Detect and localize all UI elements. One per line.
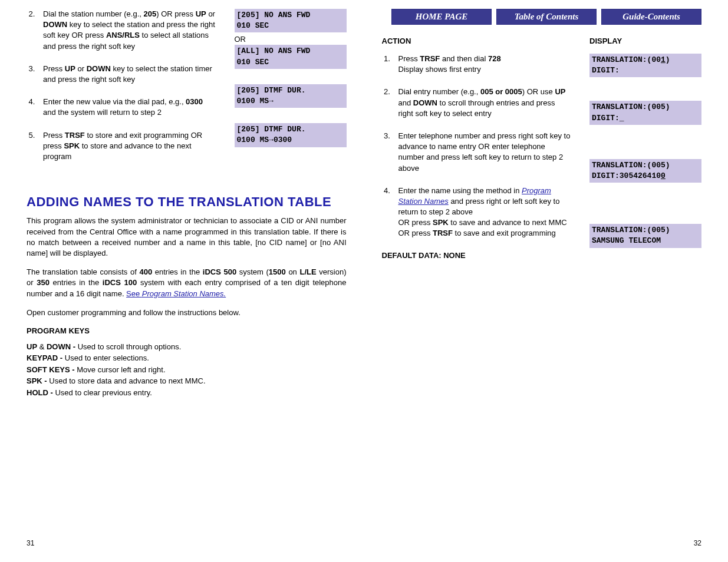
step-5: Press TRSF to store and exit programming… [37, 130, 217, 163]
right-action-column: ACTION Press TRSF and then dial 728 Disp… [382, 37, 572, 272]
left-steps-column: Dial the station number (e.g., 205) OR p… [27, 9, 217, 174]
action-step-1: Press TRSF and then dial 728 Display sho… [393, 54, 572, 75]
default-data: DEFAULT DATA: NONE [382, 251, 572, 260]
program-keys-list: UP & DOWN - Used to scroll through optio… [27, 341, 347, 399]
display-header: DISPLAY [589, 37, 701, 45]
page-number: 32 [694, 539, 701, 547]
home-page-tab[interactable]: HOME PAGE [391, 9, 492, 25]
table-paragraph: The translation table consists of 400 en… [27, 267, 347, 299]
section-title: ADDING NAMES TO THE TRANSLATION TABLE [27, 194, 347, 210]
action-header: ACTION [382, 37, 572, 45]
display-box: [ALL] NO ANS FWD 010 SEC [235, 45, 347, 68]
page-number: 31 [27, 539, 34, 547]
or-text: OR [235, 35, 347, 44]
display-box: TRANSLATION:(005) DIGIT:_ [589, 101, 701, 124]
open-instructions: Open customer programming and follow the… [27, 308, 347, 318]
step-4: Enter the new value via the dial pad, e.… [37, 97, 217, 118]
step-3: Press UP or DOWN key to select the stati… [37, 64, 217, 85]
action-step-2: Dial entry number (e.g., 005 or 0005) OR… [393, 87, 572, 119]
program-keys-heading: PROGRAM KEYS [27, 326, 347, 335]
display-box: [205] DTMF DUR. 0100 MS→ [235, 84, 347, 108]
action-step-3: Enter telephone number and press right s… [393, 131, 572, 174]
table-of-contents-tab[interactable]: Table of Contents [496, 9, 597, 25]
display-box: TRANSLATION:(005) DIGIT:3054264100 [589, 159, 701, 183]
step-2: Dial the station number (e.g., 205) OR p… [37, 9, 217, 52]
display-box: [205] DTMF DUR. 0100 MS→0300 [235, 123, 347, 147]
display-box: [205] NO ANS FWD 010 SEC [235, 9, 347, 32]
nav-tabs: HOME PAGE Table of Contents Guide-Conten… [382, 9, 702, 25]
page-right: HOME PAGE Table of Contents Guide-Conten… [364, 0, 729, 562]
guide-contents-tab[interactable]: Guide-Contents [601, 9, 701, 25]
action-step-4: Enter the name using the method in Progr… [393, 186, 572, 239]
program-station-names-link[interactable]: Program Station Names. [142, 289, 226, 298]
left-display-column: [205] NO ANS FWD 010 SEC OR [ALL] NO ANS… [235, 9, 347, 174]
display-box: TRANSLATION:(001) DIGIT: [589, 54, 701, 77]
intro-paragraph: This program allows the system administr… [27, 216, 347, 259]
display-box: TRANSLATION:(005) SAMSUNG TELECOM [589, 224, 701, 247]
page-left: Dial the station number (e.g., 205) OR p… [0, 0, 364, 562]
right-display-column: DISPLAY TRANSLATION:(001) DIGIT: TRANSLA… [589, 37, 701, 272]
